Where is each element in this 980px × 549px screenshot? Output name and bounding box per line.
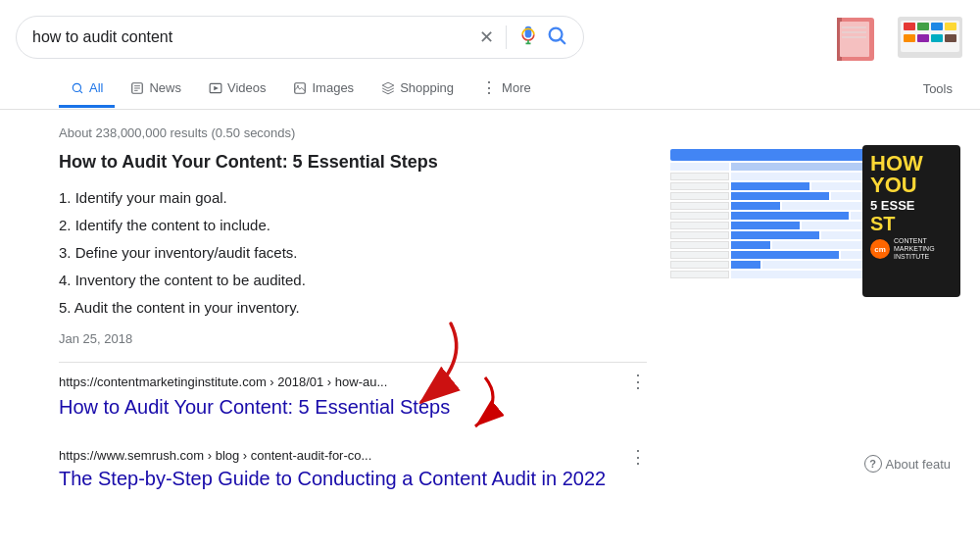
- search-divider: [506, 25, 507, 49]
- header: ✕: [0, 0, 980, 65]
- result-1-dots-menu[interactable]: ⋮: [629, 371, 647, 392]
- book-cover-image: HOW YOU 5 ESSE ST cm CONTENTMARKETINGINS…: [862, 145, 960, 297]
- featured-snippet: How to Audit Your Content: 5 Essential S…: [59, 152, 647, 346]
- cm-logo: cm CONTENTMARKETINGINSTITUTE: [870, 237, 953, 262]
- svg-rect-9: [904, 23, 915, 30]
- tools-label: Tools: [923, 81, 953, 96]
- svg-rect-12: [945, 23, 956, 30]
- book-logo: [827, 10, 886, 65]
- result-2-link[interactable]: The Step-by-Step Guide to Conducting a C…: [59, 468, 606, 489]
- svg-rect-16: [945, 34, 956, 42]
- svg-rect-10: [917, 23, 929, 30]
- nav-tabs: All News Videos Images Shopping: [0, 69, 980, 110]
- cm-institute-text: CONTENTMARKETINGINSTITUTE: [894, 237, 935, 262]
- tab-images-label: Images: [312, 80, 354, 95]
- snippet-steps: 1. Identify your main goal. 2. Identify …: [59, 184, 647, 322]
- more-dots-icon: ⋮: [481, 78, 497, 97]
- book-text-you: YOU: [870, 175, 953, 196]
- snippet-title: How to Audit Your Content: 5 Essential S…: [59, 152, 647, 173]
- images-icon: [293, 81, 307, 95]
- left-column: About 238,000,000 results (0.50 seconds)…: [59, 118, 647, 490]
- tab-more[interactable]: ⋮ More: [469, 69, 543, 110]
- red-arrow-annotation: [426, 373, 505, 431]
- tab-news-label: News: [149, 80, 181, 95]
- snippet-step-3: 3. Define your inventory/audit facets.: [59, 239, 647, 267]
- spreadsheet-image: [666, 145, 892, 297]
- tab-news[interactable]: News: [119, 71, 193, 108]
- result-1-title: How to Audit Your Content: 5 Essential S…: [59, 396, 450, 418]
- tab-shopping-label: Shopping: [400, 80, 454, 95]
- result-2-title: The Step-by-Step Guide to Conducting a C…: [59, 468, 606, 489]
- svg-rect-15: [931, 34, 943, 42]
- shopping-icon: [381, 81, 395, 95]
- main-content: About 238,000,000 results (0.50 seconds)…: [0, 110, 980, 490]
- search-result-1: https://contentmarketinginstitute.com › …: [59, 362, 647, 426]
- cm-circle: cm: [870, 239, 890, 259]
- result-2-dots-menu[interactable]: ⋮: [629, 446, 647, 468]
- snippet-step-2: 2. Identify the content to include.: [59, 212, 647, 239]
- tab-shopping[interactable]: Shopping: [369, 71, 466, 108]
- svg-rect-11: [931, 23, 943, 30]
- tab-images[interactable]: Images: [281, 71, 366, 108]
- result-2-url: https://www.semrush.com › blog › content…: [59, 448, 371, 463]
- mic-icon[interactable]: [518, 25, 538, 49]
- clear-icon[interactable]: ✕: [479, 26, 494, 48]
- about-featured-text: About featu: [886, 457, 952, 472]
- svg-rect-14: [917, 34, 929, 42]
- about-featured-icon: ?: [864, 455, 882, 473]
- news-icon: [130, 81, 144, 95]
- tools-button[interactable]: Tools: [911, 72, 964, 106]
- svg-rect-3: [840, 22, 869, 57]
- search-bar[interactable]: ✕: [16, 16, 584, 59]
- result-1-url: https://contentmarketinginstitute.com › …: [59, 374, 387, 389]
- search-nav-icon: [71, 81, 84, 95]
- snippet-step-4: 4. Inventory the content to be audited.: [59, 267, 647, 294]
- tab-all-label: All: [89, 80, 103, 95]
- logo-area: [827, 10, 964, 65]
- right-column: HOW YOU 5 ESSE ST cm CONTENTMARKETINGINS…: [666, 145, 941, 490]
- videos-icon: [209, 81, 222, 95]
- book-text-st: ST: [870, 214, 953, 233]
- tab-videos-label: Videos: [227, 80, 267, 95]
- svg-marker-23: [214, 85, 219, 90]
- result-1-url-row: https://contentmarketinginstitute.com › …: [59, 371, 647, 392]
- book-text-ess: 5 ESSE: [870, 198, 953, 214]
- palette-logo: [896, 13, 964, 62]
- about-featured[interactable]: ? About featu: [864, 455, 952, 473]
- snippet-date: Jan 25, 2018: [59, 331, 647, 346]
- search-input[interactable]: [32, 28, 471, 46]
- svg-rect-13: [904, 34, 915, 42]
- tab-all[interactable]: All: [59, 71, 115, 108]
- featured-image-container: HOW YOU 5 ESSE ST cm CONTENTMARKETINGINS…: [666, 145, 941, 297]
- results-count: About 238,000,000 results (0.50 seconds): [59, 125, 647, 140]
- spreadsheet-preview: [666, 145, 892, 297]
- search-result-2: https://www.semrush.com › blog › content…: [59, 446, 647, 490]
- tab-more-label: More: [502, 80, 531, 95]
- search-submit-icon[interactable]: [546, 25, 567, 50]
- result-1-link[interactable]: How to Audit Your Content: 5 Essential S…: [59, 396, 450, 419]
- snippet-step-5: 5. Audit the content in your inventory.: [59, 294, 647, 322]
- snippet-step-1: 1. Identify your main goal.: [59, 184, 647, 212]
- book-text-how: HOW: [870, 153, 953, 175]
- tab-videos[interactable]: Videos: [197, 71, 278, 108]
